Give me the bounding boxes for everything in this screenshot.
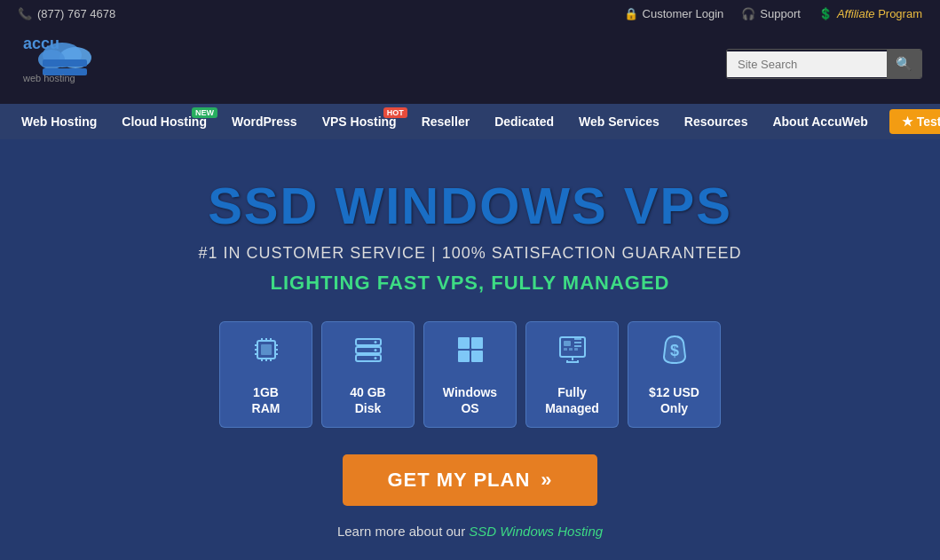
managed-icon bbox=[555, 332, 590, 375]
nav-wordpress-label: WordPress bbox=[232, 114, 297, 129]
affiliate-word: Affiliate bbox=[837, 7, 875, 20]
search-button[interactable]: 🔍 bbox=[887, 50, 921, 78]
header: accu web hosting 🔍 bbox=[0, 28, 940, 104]
svg-rect-22 bbox=[356, 347, 381, 353]
phone-link[interactable]: (877) 767 4678 bbox=[37, 7, 115, 20]
money-icon: 💲 bbox=[818, 7, 833, 20]
svg-rect-28 bbox=[471, 337, 483, 349]
nav-reseller[interactable]: Reseller bbox=[409, 104, 482, 139]
customer-login-link[interactable]: 🔒 Customer Login bbox=[624, 7, 724, 20]
feature-windows-label: Windows OS bbox=[443, 384, 497, 416]
hero-tagline: LIGHTING FAST VPS, FULLY MANAGED bbox=[270, 272, 669, 295]
feature-managed-label: Fully Managed bbox=[545, 384, 599, 416]
chevron-right-icon: » bbox=[541, 469, 552, 492]
hero-learn-text: Learn more about our SSD Windows Hosting bbox=[337, 524, 603, 539]
affiliate-label: Affiliate Program bbox=[837, 7, 922, 20]
feature-windows: Windows OS bbox=[423, 321, 517, 428]
affiliate-link[interactable]: 💲 Affiliate Program bbox=[818, 7, 922, 20]
svg-rect-34 bbox=[569, 348, 573, 351]
svg-point-26 bbox=[374, 357, 376, 359]
svg-point-24 bbox=[374, 341, 376, 343]
customer-login-label: Customer Login bbox=[643, 7, 724, 20]
search-box: 🔍 bbox=[726, 49, 922, 79]
nav-resources-label: Resources bbox=[684, 114, 748, 129]
feature-price: $ $12 USD Only bbox=[628, 321, 721, 428]
nav-about[interactable]: About AccuWeb bbox=[760, 104, 880, 139]
nav-cloud-hosting[interactable]: Cloud Hosting NEW bbox=[109, 104, 219, 139]
nav-about-label: About AccuWeb bbox=[772, 114, 867, 129]
nav-wordpress[interactable]: WordPress bbox=[219, 104, 310, 139]
hero-section: SSD WINDOWS VPS #1 IN CUSTOMER SERVICE |… bbox=[0, 139, 940, 560]
hero-subtitle: #1 IN CUSTOMER SERVICE | 100% SATISFACTI… bbox=[199, 244, 742, 263]
feature-disk: 40 GB Disk bbox=[321, 321, 415, 428]
feature-ram: 1GB RAM bbox=[219, 321, 312, 428]
svg-text:accu: accu bbox=[23, 35, 59, 52]
nav-reseller-label: Reseller bbox=[422, 114, 470, 129]
svg-point-25 bbox=[374, 349, 376, 351]
support-link[interactable]: 🎧 Support bbox=[741, 7, 801, 20]
top-links: 🔒 Customer Login 🎧 Support 💲 Affiliate P… bbox=[624, 7, 922, 20]
nav-web-services[interactable]: Web Services bbox=[566, 104, 672, 139]
nav-resources[interactable]: Resources bbox=[672, 104, 761, 139]
phone-area: 📞 (877) 767 4678 bbox=[18, 7, 115, 20]
logo: accu web hosting bbox=[18, 33, 160, 95]
svg-rect-29 bbox=[458, 351, 470, 362]
hero-title: SSD WINDOWS VPS bbox=[208, 176, 732, 235]
svg-rect-30 bbox=[471, 351, 483, 362]
nav-testimonials-label: ★ Testimonials bbox=[902, 114, 940, 129]
nav-web-services-label: Web Services bbox=[579, 114, 660, 129]
svg-rect-23 bbox=[356, 355, 381, 361]
nav-testimonials[interactable]: ★ Testimonials bbox=[889, 109, 940, 134]
top-bar: 📞 (877) 767 4678 🔒 Customer Login 🎧 Supp… bbox=[0, 0, 940, 28]
nav-dedicated[interactable]: Dedicated bbox=[482, 104, 566, 139]
windows-icon bbox=[453, 332, 488, 375]
svg-rect-33 bbox=[564, 348, 567, 351]
search-input[interactable] bbox=[727, 51, 887, 77]
learn-link-text: SSD Windows Hosting bbox=[469, 524, 603, 539]
svg-rect-32 bbox=[564, 341, 571, 346]
feature-price-label: $12 USD Only bbox=[649, 384, 699, 416]
feature-managed: Fully Managed bbox=[525, 321, 619, 428]
nav-dedicated-label: Dedicated bbox=[494, 114, 554, 129]
svg-text:web hosting: web hosting bbox=[22, 73, 75, 83]
nav-new-badge: NEW bbox=[192, 107, 217, 118]
phone-icon: 📞 bbox=[18, 7, 32, 20]
lock-icon: 🔒 bbox=[624, 7, 638, 20]
svg-text:$: $ bbox=[669, 342, 678, 359]
cpu-icon bbox=[249, 332, 284, 375]
svg-rect-3 bbox=[43, 59, 87, 67]
cta-button[interactable]: GET MY PLAN » bbox=[343, 454, 596, 506]
nav-web-hosting-label: Web Hosting bbox=[21, 114, 97, 129]
nav-hot-badge: HOT bbox=[383, 107, 407, 118]
support-icon: 🎧 bbox=[741, 7, 755, 20]
learn-more-link[interactable]: SSD Windows Hosting bbox=[469, 524, 603, 539]
svg-rect-27 bbox=[458, 337, 470, 349]
svg-rect-35 bbox=[574, 348, 578, 351]
logo-area: accu web hosting bbox=[18, 33, 160, 95]
feature-disk-label: 40 GB Disk bbox=[350, 384, 385, 416]
nav-vps-hosting[interactable]: VPS Hosting HOT bbox=[310, 104, 409, 139]
nav-bar: Web Hosting Cloud Hosting NEW WordPress … bbox=[0, 104, 940, 139]
nav-web-hosting[interactable]: Web Hosting bbox=[9, 104, 109, 139]
features-row: 1GB RAM 40 GB Disk bbox=[219, 321, 721, 428]
program-label: Program bbox=[878, 7, 922, 20]
support-label: Support bbox=[760, 7, 801, 20]
disk-icon bbox=[351, 332, 386, 375]
svg-rect-8 bbox=[261, 344, 272, 355]
cta-label: GET MY PLAN bbox=[387, 469, 530, 492]
svg-rect-21 bbox=[356, 339, 381, 345]
feature-ram-label: 1GB RAM bbox=[252, 384, 280, 416]
price-icon: $ bbox=[657, 332, 692, 375]
